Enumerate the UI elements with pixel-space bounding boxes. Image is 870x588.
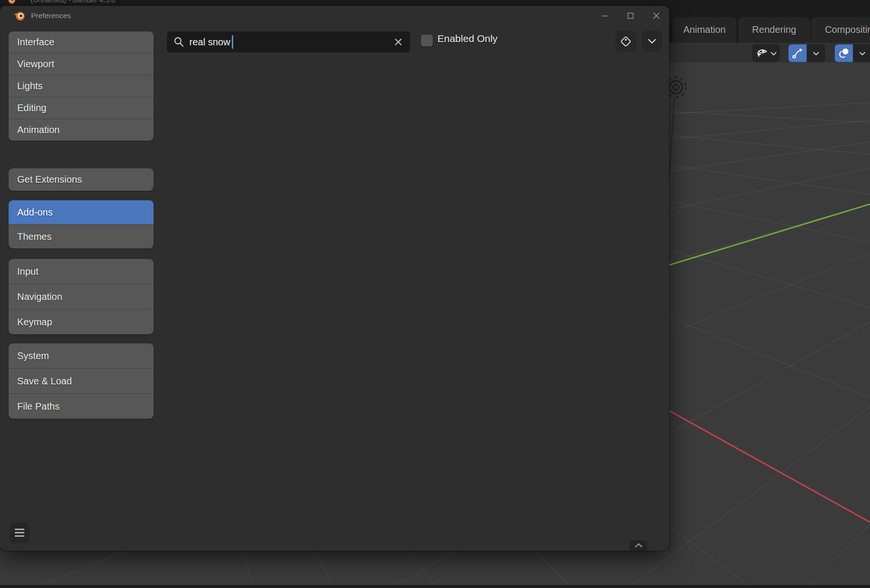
hamburger-menu-icon [14,527,25,538]
expand-panel-button[interactable] [630,540,647,551]
sidebar-item-editing[interactable]: Editing [9,97,154,119]
gizmo-arc-arrow-icon [791,47,804,60]
close-button[interactable] [652,11,661,20]
filter-by-tags-button[interactable] [615,31,636,52]
sidebar-item-lights[interactable]: Lights [9,75,154,97]
workspace-tab-rendering[interactable]: Rendering [738,17,810,42]
maximize-button[interactable] [626,11,635,20]
sidebar-group: Get Extensions [9,168,154,191]
sidebar-item-viewport[interactable]: Viewport [9,53,154,75]
chevron-down-icon [647,38,657,44]
sidebar-group: Add-ons Themes [9,200,154,248]
minimize-button[interactable] [601,11,609,20]
sidebar-group: Interface Viewport Lights Editing Animat… [9,31,154,141]
sidebar-item-save-load[interactable]: Save & Load [9,368,154,393]
sidebar-item-navigation[interactable]: Navigation [9,284,154,309]
status-bar-edge [0,585,870,588]
workspace-tab-animation[interactable]: Animation [673,17,736,42]
sidebar-group: Input Navigation Keymap [9,259,154,334]
sidebar-item-input[interactable]: Input [9,259,154,284]
enabled-only-checkbox[interactable] [421,35,433,46]
addon-search-input[interactable]: real snow [167,31,410,52]
tag-icon [619,34,633,48]
blender-logo-icon [13,10,26,22]
sidebar-item-animation[interactable]: Animation [9,119,154,141]
preferences-window: Preferences Interface Viewport Lights Ed… [0,6,669,551]
overlays-dropdown-button[interactable] [853,44,870,62]
search-icon [173,36,185,48]
chevron-down-icon [770,51,777,56]
visibility-dropdown-group [752,44,780,62]
overlays-toggle-button[interactable] [835,44,853,62]
object-visibility-button[interactable] [752,44,780,62]
addon-filter-dropdown-button[interactable] [642,31,663,52]
x-axis-line [663,407,870,522]
preferences-menu-button[interactable] [10,522,30,543]
preferences-titlebar[interactable]: Preferences [0,6,669,26]
sidebar-item-get-extensions[interactable]: Get Extensions [9,168,154,191]
chevron-down-icon [859,51,866,56]
sidebar-item-keymap[interactable]: Keymap [9,309,154,334]
blender-logo-icon [6,0,16,5]
blender-app: { "window": { "title": "Preferences" }, … [0,0,870,588]
sidebar-item-system[interactable]: System [9,343,154,368]
window-controls [601,6,661,26]
overlays-group [835,44,870,62]
gizmos-toggle-button[interactable] [788,44,807,62]
window-title: Preferences [31,11,71,20]
sidebar-group: System Save & Load File Paths [9,343,154,419]
sidebar-item-file-paths[interactable]: File Paths [9,393,154,419]
gizmos-dropdown-button[interactable] [807,44,825,62]
overlapping-circles-icon [837,47,850,60]
gizmos-group [788,44,825,62]
search-value: real snow [189,37,230,48]
background-window-title-text: (Unnamed) - Blender 4.5.0 [31,0,115,4]
sidebar-item-add-ons[interactable]: Add-ons [9,200,154,224]
clear-search-button[interactable] [391,35,405,49]
sidebar-item-themes[interactable]: Themes [9,224,154,248]
workspace-tab-compositing[interactable]: Compositing [811,17,870,42]
eye-with-cursor-icon [755,47,768,60]
text-cursor [232,35,233,49]
chevron-down-icon [813,51,819,56]
chevron-up-icon [634,543,643,548]
background-window-title: (Unnamed) - Blender 4.5.0 [0,0,334,6]
enabled-only-label: Enabled Only [437,33,497,44]
sidebar-item-interface[interactable]: Interface [9,31,154,53]
